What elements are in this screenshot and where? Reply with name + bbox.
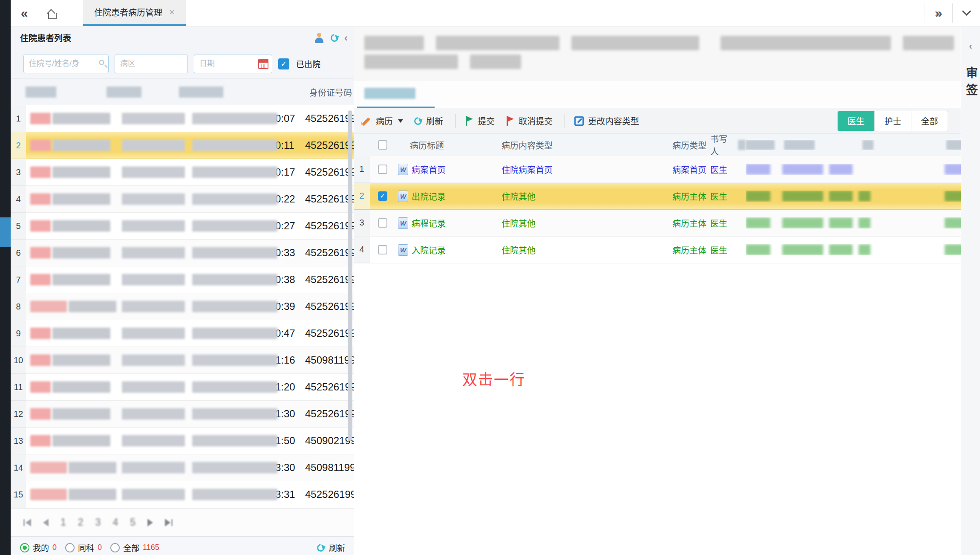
record-row-selected[interactable]: 2 出院记录 住院其他 病历主体 医生 [354,183,961,210]
ward-input[interactable] [115,55,188,73]
refresh-icon[interactable] [329,32,340,43]
redacted-admission-no [122,167,185,178]
patient-row[interactable]: 5 0:27452526199 [11,213,354,240]
redacted-cell [746,191,770,202]
double-chevron-right-icon: » [935,6,943,20]
patient-row[interactable]: 15 3:31452526199 [11,481,354,508]
content-type: 住院其他 [502,219,536,228]
patient-row[interactable]: 11 1:20452526199 [11,374,354,401]
collapse-panel-icon[interactable]: ‹ [344,33,348,43]
id-number: 452526199 [305,247,354,259]
redacted-name [30,408,51,420]
redacted-date [192,435,277,447]
redacted-patient-info [571,36,699,50]
radio-all-patients[interactable]: 全部 1165 [110,542,159,553]
patient-row[interactable]: 6 0:33452526199 [11,240,354,266]
tab-menu-button[interactable] [953,0,980,26]
caret-down-icon [398,119,403,123]
calendar-icon[interactable] [258,59,268,69]
word-doc-icon [398,191,408,202]
search-icon[interactable] [99,60,104,65]
submit-button[interactable]: 提交 [465,115,495,127]
redacted-header [862,140,873,150]
collapse-arrow-icon[interactable]: ‹ [969,41,972,52]
radio-same-department[interactable]: 同科 0 [65,542,102,553]
discharge-time: 0:38 [275,274,295,286]
discharge-time: 0:11 [275,139,294,151]
record-title-link[interactable]: 病程记录 [412,217,446,229]
page-number[interactable]: 3 [95,517,101,528]
record-title-link[interactable]: 入院记录 [412,244,446,256]
change-content-type-button[interactable]: 更改内容类型 [574,115,639,127]
patient-row[interactable]: 7 0:38452526199 [11,266,354,293]
double-chevron-left-icon: « [21,6,28,20]
patient-row[interactable]: 12 1:30452526199 [11,401,354,428]
discharge-time: 1:50 [275,435,295,447]
row-number: 1 [354,156,370,182]
patient-row[interactable]: 8 0:39452526199 [11,293,354,320]
next-page-button[interactable] [147,519,153,526]
tab-patient-record-redacted[interactable] [364,88,415,99]
search-input[interactable] [23,55,109,73]
redacted-name [30,435,51,447]
first-page-button[interactable] [23,519,31,526]
row-checkbox[interactable] [378,245,387,254]
redacted-admission-no [122,140,185,151]
row-checkbox[interactable] [378,165,387,174]
previous-page-button[interactable] [43,519,49,526]
filter-doctor-button[interactable]: 医生 [838,111,874,131]
redacted-cell [945,217,961,228]
record-menu-button[interactable]: 病历 [360,115,403,127]
filter-nurse-button[interactable]: 护士 [874,111,911,131]
redacted-patient-info [470,55,521,69]
person-icon[interactable] [314,32,325,43]
patient-row[interactable]: 13 1:50450902199 [11,428,354,454]
refresh-list-button[interactable]: 刷新 [317,542,345,553]
redacted-name2 [69,462,116,474]
patient-row[interactable]: 10 1:16450981199 [11,347,354,374]
page-number[interactable]: 5 [130,517,135,528]
last-page-button[interactable] [165,519,173,526]
home-button[interactable] [38,0,65,26]
select-all-checkbox[interactable] [378,140,387,150]
collapse-menu-button[interactable]: « [11,0,38,26]
record-row[interactable]: 1 病案首页 住院病案首页 病案首页 医生 [354,156,961,183]
patient-row[interactable]: 4 0:22452526199 [11,186,354,213]
review-sign-label[interactable]: 审签 [962,66,979,101]
discharged-checkbox[interactable] [278,58,289,69]
submit-flag-icon [465,116,473,126]
panel-title: 住院患者列表 [20,32,71,44]
writer: 医生 [710,190,727,202]
tab-inpatient-record-management[interactable]: 住院患者病历管理 × [83,0,186,26]
record-title-link[interactable]: 病案首页 [412,163,446,176]
record-row[interactable]: 4 入院记录 住院其他 病历主体 医生 [354,237,961,263]
page-number[interactable]: 1 [61,517,66,528]
redacted-patient-info [364,36,424,50]
rail-active-indicator[interactable] [0,217,11,247]
row-checkbox[interactable] [378,218,387,228]
patient-row[interactable]: 9 0:47452526199 [11,320,354,347]
record-row[interactable]: 3 病程记录 住院其他 病历主体 医生 [354,210,961,237]
refresh-button[interactable]: 刷新 [414,115,443,127]
discharge-time: 0:47 [275,327,295,339]
radio-my-patients[interactable]: 我的 0 [20,542,57,553]
cancel-submit-button[interactable]: 取消提交 [506,115,553,127]
word-doc-icon [398,164,408,175]
scrollbar-thumb[interactable] [348,110,352,441]
expand-tabs-button[interactable]: » [925,0,952,26]
patient-row-selected[interactable]: 2 0:11452526199 [11,132,354,159]
patient-row[interactable]: 14 3:30450981199 [11,454,354,481]
record-title-link[interactable]: 出院记录 [412,190,446,202]
filter-all-button[interactable]: 全部 [911,111,948,131]
patient-row[interactable]: 1 0:07452526199 [11,105,354,132]
tab-close-icon[interactable]: × [169,7,175,18]
row-checkbox-checked[interactable] [378,191,387,201]
record-panel: 病历 刷新 提交 取消提交 更改内容类型 医生 [354,26,961,555]
redacted-date [192,113,277,124]
redacted-cell [746,217,770,228]
redacted-date [192,489,277,500]
page-number[interactable]: 4 [112,517,118,528]
patient-row[interactable]: 3 0:17452526199 [11,159,354,186]
page-number[interactable]: 2 [78,517,84,528]
redacted-header [738,140,746,150]
